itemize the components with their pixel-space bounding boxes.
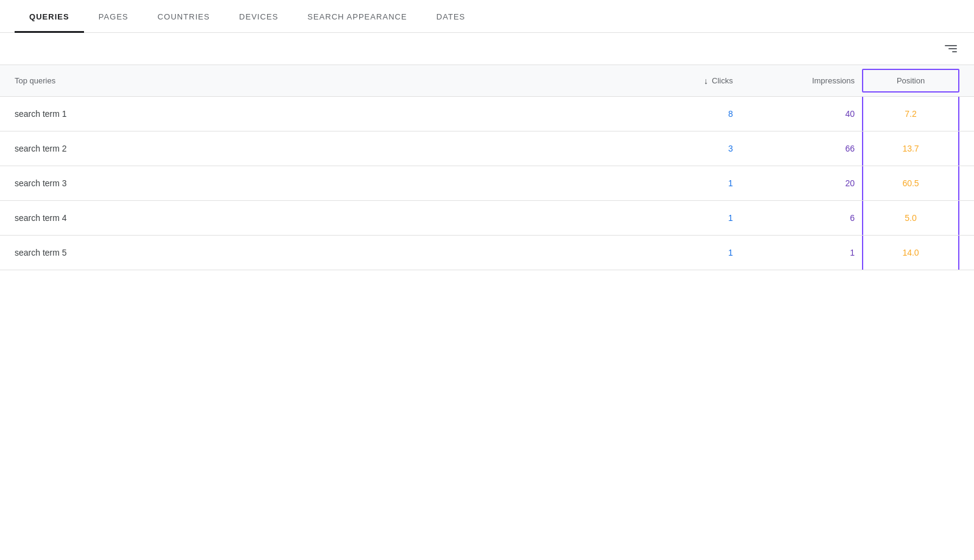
row-position-1: 13.7 [862, 131, 959, 166]
table-rows: search term 1 8 40 7.2 search term 2 3 6… [0, 97, 974, 270]
column-header-clicks-label: Clicks [712, 76, 733, 85]
row-position-3: 5.0 [862, 201, 959, 235]
row-clicks-1: 3 [618, 131, 740, 166]
row-position-4: 14.0 [862, 236, 959, 270]
tab-dates[interactable]: DATES [422, 0, 480, 33]
sort-arrow-icon: ↓ [704, 76, 708, 86]
row-impressions-0: 40 [740, 97, 862, 131]
row-impressions-4: 1 [740, 236, 862, 270]
tab-queries[interactable]: QUERIES [15, 0, 84, 33]
filter-line-3 [952, 51, 957, 52]
row-query-1: search term 2 [15, 131, 618, 166]
column-header-impressions[interactable]: Impressions [740, 65, 862, 96]
row-query-0: search term 1 [15, 97, 618, 131]
row-query-3: search term 4 [15, 201, 618, 235]
filter-bar [0, 33, 974, 65]
row-impressions-3: 6 [740, 201, 862, 235]
table-row[interactable]: search term 3 1 20 60.5 [0, 166, 974, 201]
column-header-clicks[interactable]: ↓ Clicks [618, 65, 740, 96]
filter-icon [945, 45, 957, 52]
row-clicks-0: 8 [618, 97, 740, 131]
row-position-0: 7.2 [862, 97, 959, 131]
filter-line-2 [948, 48, 957, 49]
row-query-4: search term 5 [15, 236, 618, 270]
row-query-2: search term 3 [15, 166, 618, 200]
row-clicks-2: 1 [618, 166, 740, 200]
table-row[interactable]: search term 1 8 40 7.2 [0, 97, 974, 131]
nav-tabs: QUERIESPAGESCOUNTRIESDEVICESSEARCH APPEA… [0, 0, 974, 33]
tab-search-appearance[interactable]: SEARCH APPEARANCE [293, 0, 422, 33]
table-row[interactable]: search term 4 1 6 5.0 [0, 201, 974, 236]
table-row[interactable]: search term 2 3 66 13.7 [0, 131, 974, 166]
row-position-2: 60.5 [862, 166, 959, 200]
table-row[interactable]: search term 5 1 1 14.0 [0, 236, 974, 270]
row-clicks-4: 1 [618, 236, 740, 270]
row-clicks-3: 1 [618, 201, 740, 235]
table-header: Top queries ↓ Clicks Impressions Positio… [0, 65, 974, 97]
column-header-impressions-label: Impressions [812, 76, 855, 85]
tab-devices[interactable]: DEVICES [225, 0, 293, 33]
row-impressions-1: 66 [740, 131, 862, 166]
tab-pages[interactable]: PAGES [84, 0, 143, 33]
column-header-queries-label: Top queries [15, 76, 55, 85]
tab-countries[interactable]: COUNTRIES [143, 0, 225, 33]
filter-line-1 [945, 45, 957, 46]
column-header-position[interactable]: Position [862, 69, 959, 93]
column-header-position-label: Position [897, 76, 925, 85]
column-header-queries[interactable]: Top queries [15, 65, 618, 96]
data-table: Top queries ↓ Clicks Impressions Positio… [0, 65, 974, 270]
row-impressions-2: 20 [740, 166, 862, 200]
filter-button[interactable] [942, 43, 959, 55]
